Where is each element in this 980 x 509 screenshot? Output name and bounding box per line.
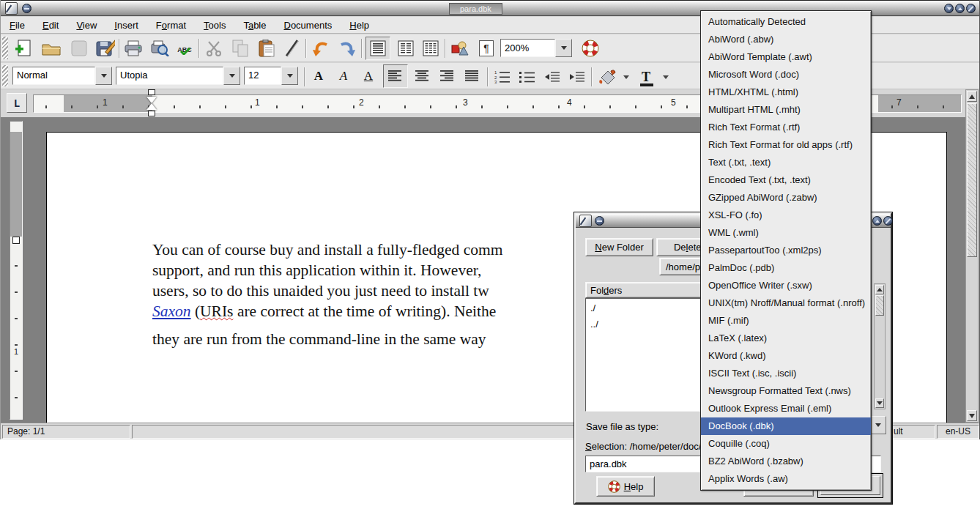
folders-column-header[interactable]: Folders	[585, 282, 713, 298]
file-format-option[interactable]: HTML/XHTML (.html)	[701, 83, 871, 101]
zoom-combo[interactable]	[500, 39, 572, 57]
file-format-option[interactable]: Newsgroup Formatted Text (.nws)	[701, 382, 871, 400]
dialog-window-menu-button[interactable]	[595, 216, 604, 226]
font-dropdown-arrow[interactable]	[223, 67, 240, 85]
file-format-option[interactable]: Coquille (.coq)	[701, 435, 871, 453]
insert-shapes-button[interactable]	[449, 37, 471, 59]
zoom-input[interactable]	[500, 39, 555, 57]
scroll-down-button[interactable]	[967, 410, 977, 421]
bullet-list-button[interactable]	[516, 66, 538, 88]
open-file-button[interactable]	[40, 37, 62, 59]
align-left-button[interactable]	[383, 64, 408, 88]
maximize-button[interactable]	[955, 4, 965, 13]
files-list-scrollbar[interactable]	[874, 283, 886, 409]
folders-list[interactable]: ./../	[585, 298, 713, 412]
file-format-option[interactable]: Encoded Text (.txt, .text)	[701, 171, 871, 189]
indent-marker[interactable]	[146, 89, 157, 117]
left-indent-handle[interactable]	[148, 111, 155, 116]
file-format-option[interactable]: XSL-FO (.fo)	[701, 207, 871, 224]
help-button-toolbar[interactable]	[579, 37, 601, 59]
save-button[interactable]	[68, 37, 90, 59]
align-center-button[interactable]	[412, 66, 433, 86]
language-indicator[interactable]: en-US	[937, 425, 979, 439]
tab-stop-selector[interactable]: L	[7, 93, 27, 113]
undo-button[interactable]	[310, 37, 332, 59]
file-format-option[interactable]: Text (.txt, .text)	[701, 154, 871, 171]
menu-insert[interactable]: Insert	[114, 20, 138, 31]
scrollbar-thumb[interactable]	[875, 295, 884, 316]
close-button[interactable]	[966, 4, 976, 13]
dialog-help-button[interactable]: Help	[596, 476, 655, 497]
font-color-dropdown-arrow[interactable]	[660, 66, 671, 88]
style-combo[interactable]: Normal	[12, 67, 112, 85]
numbered-list-button[interactable]: 123	[491, 66, 513, 88]
cut-button[interactable]	[203, 37, 225, 59]
file-format-option[interactable]: OpenOffice Writer (.sxw)	[701, 277, 871, 294]
file-format-option[interactable]: AbiWord (.abw)	[701, 31, 871, 48]
print-button[interactable]	[122, 37, 144, 59]
folder-list-item[interactable]: ./	[586, 301, 713, 317]
indent-triangle-top[interactable]	[146, 97, 157, 103]
saxon-hyperlink[interactable]: Saxon	[152, 302, 191, 320]
file-format-option[interactable]: AbiWord Template (.awt)	[701, 48, 871, 66]
new-folder-button[interactable]: New Folder	[585, 238, 653, 256]
copy-button[interactable]	[229, 37, 251, 59]
file-format-option[interactable]: Automatically Detected	[701, 13, 871, 31]
scroll-down-button[interactable]	[875, 398, 884, 408]
menu-edit[interactable]: Edit	[42, 20, 59, 31]
file-format-option[interactable]: Rich Text Format (.rtf)	[701, 119, 871, 136]
italic-button[interactable]: A	[333, 66, 354, 86]
style-dropdown-arrow[interactable]	[95, 67, 112, 85]
dialog-close-button[interactable]	[883, 216, 893, 226]
font-size-dropdown-arrow[interactable]	[281, 67, 298, 85]
indent-triangle-bottom[interactable]	[146, 103, 157, 110]
bold-button[interactable]: A	[308, 66, 329, 86]
file-format-option[interactable]: WML (.wml)	[701, 224, 871, 242]
window-menu-button[interactable]	[22, 4, 31, 13]
file-format-dropdown[interactable]: Automatically DetectedAbiWord (.abw)AbiW…	[700, 10, 872, 491]
scroll-up-button[interactable]	[967, 91, 977, 102]
increase-indent-button[interactable]	[566, 66, 588, 88]
file-format-option[interactable]: PassepartoutToo (.xml2ps)	[701, 242, 871, 259]
menu-format[interactable]: Format	[156, 20, 186, 31]
underline-button[interactable]: A	[358, 66, 379, 86]
file-format-option[interactable]: PalmDoc (.pdb)	[701, 259, 871, 277]
decrease-indent-button[interactable]	[541, 66, 563, 88]
fill-color-button[interactable]	[595, 66, 619, 88]
file-format-option[interactable]: LaTeX (.latex)	[701, 330, 871, 347]
first-line-indent-handle[interactable]	[148, 89, 155, 95]
file-format-option[interactable]: Outlook Express Email (.eml)	[701, 400, 871, 417]
new-document-button[interactable]	[12, 37, 34, 59]
redo-button[interactable]	[336, 37, 358, 59]
font-size-combo[interactable]: 12	[244, 67, 298, 85]
toolbar-drag-handle[interactable]	[2, 37, 8, 59]
file-format-option[interactable]: KWord (.kwd)	[701, 347, 871, 365]
menu-tools[interactable]: Tools	[204, 20, 226, 31]
scrollbar-thumb[interactable]	[967, 103, 977, 257]
file-format-option[interactable]: Applix Words (.aw)	[701, 470, 871, 488]
align-right-button[interactable]	[437, 66, 458, 86]
zoom-dropdown-arrow[interactable]	[555, 39, 572, 57]
scroll-up-button[interactable]	[875, 285, 884, 294]
show-paragraphs-button[interactable]: ¶	[475, 37, 497, 59]
minimize-button[interactable]	[944, 4, 954, 13]
view-two-columns-button[interactable]	[395, 37, 417, 59]
view-three-columns-button[interactable]	[420, 37, 442, 59]
menu-table[interactable]: Table	[243, 20, 266, 31]
file-format-option[interactable]: ISCII Text (.isc, .iscii)	[701, 365, 871, 382]
file-format-option[interactable]: MIF (.mif)	[701, 312, 871, 330]
file-format-option[interactable]: Multipart HTML (.mht)	[701, 101, 871, 119]
file-format-option[interactable]: DocBook (.dbk)	[701, 417, 871, 435]
spellcheck-button[interactable]: ABC	[174, 37, 196, 59]
menu-view[interactable]: View	[76, 20, 97, 31]
folder-list-item[interactable]: ../	[586, 317, 713, 333]
fill-color-dropdown-arrow[interactable]	[620, 66, 631, 88]
menu-file[interactable]: File	[10, 20, 25, 31]
file-type-dropdown-arrow[interactable]	[869, 416, 886, 434]
font-color-button[interactable]: T	[635, 66, 657, 88]
print-preview-button[interactable]	[149, 37, 171, 59]
view-normal-button[interactable]	[365, 37, 390, 60]
top-margin-handle[interactable]	[12, 237, 20, 244]
vertical-ruler[interactable]: 1	[10, 121, 23, 420]
format-painter-button[interactable]	[281, 37, 302, 59]
